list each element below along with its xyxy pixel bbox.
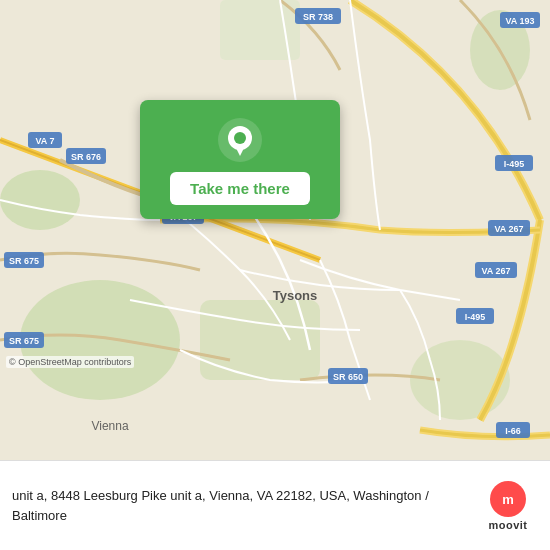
svg-text:SR 650: SR 650 (333, 372, 363, 382)
map-container: SR 738 VA 193 VA 7 SR 676 I-495 VA 267 V… (0, 0, 550, 460)
svg-text:VA 267: VA 267 (494, 224, 523, 234)
map-pin-icon (218, 118, 262, 162)
svg-text:SR 675: SR 675 (9, 256, 39, 266)
location-card: Take me there (140, 100, 340, 219)
map-svg: SR 738 VA 193 VA 7 SR 676 I-495 VA 267 V… (0, 0, 550, 460)
take-me-there-button[interactable]: Take me there (170, 172, 310, 205)
svg-text:VA 193: VA 193 (505, 16, 534, 26)
svg-text:I-495: I-495 (465, 312, 486, 322)
moovit-icon: m (490, 481, 526, 517)
svg-text:SR 675: SR 675 (9, 336, 39, 346)
svg-text:m: m (502, 492, 514, 507)
svg-text:SR 676: SR 676 (71, 152, 101, 162)
address-text: unit a, 8448 Leesburg Pike unit a, Vienn… (12, 486, 466, 525)
moovit-svg-icon: m (497, 488, 519, 510)
svg-text:Tysons: Tysons (273, 288, 318, 303)
svg-rect-3 (200, 300, 320, 380)
moovit-logo: m moovit (478, 481, 538, 531)
svg-text:VA 7: VA 7 (35, 136, 54, 146)
osm-credit: © OpenStreetMap contributors (6, 356, 134, 368)
svg-text:I-495: I-495 (504, 159, 525, 169)
svg-point-2 (0, 170, 80, 230)
svg-text:SR 738: SR 738 (303, 12, 333, 22)
moovit-brand-text: moovit (488, 519, 527, 531)
svg-text:Vienna: Vienna (91, 419, 128, 433)
info-bar: unit a, 8448 Leesburg Pike unit a, Vienn… (0, 460, 550, 550)
svg-text:I-66: I-66 (505, 426, 521, 436)
svg-text:VA 267: VA 267 (481, 266, 510, 276)
svg-point-37 (234, 132, 246, 144)
